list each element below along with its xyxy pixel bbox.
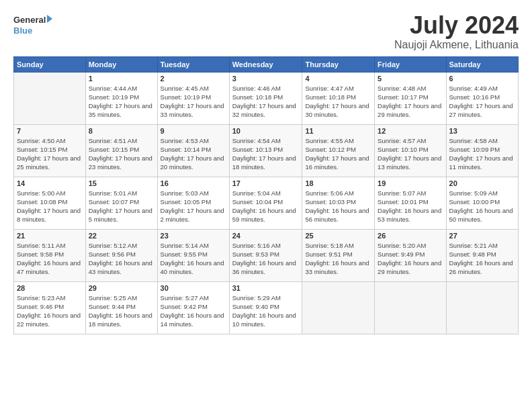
calendar-cell: 5 Sunrise: 4:48 AM Sunset: 10:17 PM Dayl…	[375, 72, 446, 124]
day-number: 12	[378, 127, 443, 135]
day-info: Sunrise: 4:49 AM Sunset: 10:16 PM Daylig…	[449, 84, 515, 120]
day-number: 11	[305, 127, 371, 135]
day-number: 2	[161, 75, 226, 83]
day-info: Sunrise: 4:47 AM Sunset: 10:18 PM Daylig…	[305, 84, 371, 120]
day-info: Sunrise: 5:01 AM Sunset: 10:07 PM Daylig…	[89, 189, 154, 224]
sunset: Sunset: 10:18 PM	[305, 93, 356, 101]
sunrise: Sunrise: 4:48 AM	[378, 85, 426, 92]
day-number: 14	[17, 179, 83, 187]
sunrise: Sunrise: 5:21 AM	[449, 242, 498, 249]
sunrise: Sunrise: 4:49 AM	[449, 85, 498, 92]
calendar-cell: 28 Sunrise: 5:23 AM Sunset: 9:46 PM Dayl…	[14, 281, 86, 334]
sunset: Sunset: 10:00 PM	[449, 198, 500, 205]
sunrise: Sunrise: 5:12 AM	[89, 242, 137, 249]
day-info: Sunrise: 4:53 AM Sunset: 10:14 PM Daylig…	[161, 136, 226, 172]
col-friday: Friday	[375, 56, 446, 72]
daylight: Daylight: 17 hours and 18 minutes.	[232, 154, 296, 171]
calendar-cell: 6 Sunrise: 4:49 AM Sunset: 10:16 PM Dayl…	[446, 72, 518, 124]
day-number: 28	[17, 284, 83, 292]
day-info: Sunrise: 5:25 AM Sunset: 9:44 PM Dayligh…	[89, 293, 154, 329]
day-number: 27	[449, 232, 515, 240]
col-wednesday: Wednesday	[229, 56, 302, 72]
daylight: Daylight: 16 hours and 29 minutes.	[378, 259, 441, 275]
sunset: Sunset: 9:56 PM	[89, 250, 136, 258]
calendar-cell	[14, 72, 86, 124]
calendar-body: 1 Sunrise: 4:44 AM Sunset: 10:19 PM Dayl…	[14, 72, 519, 334]
sunset: Sunset: 9:40 PM	[232, 303, 279, 310]
page: General Blue July 2024 Naujoji Akmene, L…	[0, 0, 532, 411]
day-info: Sunrise: 4:55 AM Sunset: 10:12 PM Daylig…	[305, 136, 371, 172]
daylight: Daylight: 17 hours and 16 minutes.	[305, 154, 369, 171]
day-info: Sunrise: 5:29 AM Sunset: 9:40 PM Dayligh…	[232, 293, 300, 329]
day-info: Sunrise: 4:45 AM Sunset: 10:19 PM Daylig…	[161, 84, 226, 120]
calendar-cell: 17 Sunrise: 5:04 AM Sunset: 10:04 PM Day…	[229, 177, 302, 229]
daylight: Daylight: 17 hours and 13 minutes.	[378, 154, 441, 171]
sunrise: Sunrise: 5:18 AM	[305, 242, 353, 249]
sunrise: Sunrise: 5:00 AM	[17, 189, 65, 197]
daylight: Daylight: 17 hours and 30 minutes.	[305, 102, 369, 118]
calendar-cell	[302, 281, 375, 334]
sunset: Sunset: 9:46 PM	[17, 303, 64, 310]
col-tuesday: Tuesday	[157, 56, 229, 72]
sunrise: Sunrise: 5:16 AM	[232, 242, 281, 249]
daylight: Daylight: 16 hours and 53 minutes.	[378, 207, 441, 223]
sunrise: Sunrise: 4:50 AM	[17, 137, 65, 144]
sunrise: Sunrise: 5:04 AM	[232, 189, 281, 197]
daylight: Daylight: 17 hours and 32 minutes.	[232, 102, 296, 118]
sunrise: Sunrise: 5:11 AM	[17, 242, 65, 249]
sunset: Sunset: 9:44 PM	[89, 303, 136, 310]
calendar-cell	[375, 281, 446, 334]
sunrise: Sunrise: 4:53 AM	[161, 137, 209, 144]
day-number: 10	[232, 127, 300, 135]
day-info: Sunrise: 4:51 AM Sunset: 10:15 PM Daylig…	[89, 136, 154, 172]
sunrise: Sunrise: 4:55 AM	[305, 137, 353, 144]
day-number: 9	[161, 127, 226, 135]
day-info: Sunrise: 5:12 AM Sunset: 9:56 PM Dayligh…	[89, 241, 154, 277]
sunset: Sunset: 9:49 PM	[378, 250, 425, 258]
calendar-cell: 2 Sunrise: 4:45 AM Sunset: 10:19 PM Dayl…	[157, 72, 229, 124]
calendar-week-1: 7 Sunrise: 4:50 AM Sunset: 10:15 PM Dayl…	[14, 124, 519, 177]
sunrise: Sunrise: 5:09 AM	[449, 189, 498, 197]
day-info: Sunrise: 4:58 AM Sunset: 10:09 PM Daylig…	[449, 136, 515, 172]
calendar-cell: 24 Sunrise: 5:16 AM Sunset: 9:53 PM Dayl…	[229, 229, 302, 281]
sunset: Sunset: 9:42 PM	[161, 303, 208, 310]
daylight: Daylight: 17 hours and 29 minutes.	[378, 102, 441, 118]
daylight: Daylight: 17 hours and 20 minutes.	[161, 154, 224, 171]
calendar-cell: 25 Sunrise: 5:18 AM Sunset: 9:51 PM Dayl…	[302, 229, 375, 281]
daylight: Daylight: 16 hours and 10 minutes.	[232, 312, 296, 328]
sunset: Sunset: 10:16 PM	[449, 93, 500, 101]
day-number: 16	[161, 179, 226, 187]
daylight: Daylight: 16 hours and 50 minutes.	[449, 207, 513, 223]
day-number: 4	[305, 75, 371, 83]
day-info: Sunrise: 5:18 AM Sunset: 9:51 PM Dayligh…	[305, 241, 371, 277]
calendar-cell	[446, 281, 518, 334]
daylight: Daylight: 16 hours and 18 minutes.	[89, 312, 152, 328]
calendar-cell: 27 Sunrise: 5:21 AM Sunset: 9:48 PM Dayl…	[446, 229, 518, 281]
day-info: Sunrise: 5:04 AM Sunset: 10:04 PM Daylig…	[232, 189, 300, 224]
calendar-week-3: 21 Sunrise: 5:11 AM Sunset: 9:58 PM Dayl…	[14, 229, 519, 281]
sunrise: Sunrise: 5:03 AM	[161, 189, 209, 197]
svg-marker-1	[47, 15, 52, 23]
daylight: Daylight: 17 hours and 25 minutes.	[17, 154, 81, 171]
daylight: Daylight: 16 hours and 59 minutes.	[232, 207, 296, 223]
day-info: Sunrise: 5:07 AM Sunset: 10:01 PM Daylig…	[378, 189, 443, 224]
sunset: Sunset: 10:07 PM	[89, 198, 140, 205]
sunrise: Sunrise: 4:57 AM	[378, 137, 426, 144]
sunrise: Sunrise: 5:14 AM	[161, 242, 209, 249]
calendar-cell: 3 Sunrise: 4:46 AM Sunset: 10:18 PM Dayl…	[229, 72, 302, 124]
sunrise: Sunrise: 4:46 AM	[232, 85, 281, 92]
day-info: Sunrise: 5:00 AM Sunset: 10:08 PM Daylig…	[17, 189, 83, 224]
sunrise: Sunrise: 5:23 AM	[17, 294, 65, 302]
day-info: Sunrise: 5:23 AM Sunset: 9:46 PM Dayligh…	[17, 293, 83, 329]
svg-text:Blue: Blue	[13, 26, 32, 36]
sunrise: Sunrise: 5:20 AM	[378, 242, 426, 249]
calendar-cell: 29 Sunrise: 5:25 AM Sunset: 9:44 PM Dayl…	[85, 281, 157, 334]
calendar-cell: 15 Sunrise: 5:01 AM Sunset: 10:07 PM Day…	[85, 177, 157, 229]
col-monday: Monday	[85, 56, 157, 72]
day-number: 21	[17, 232, 83, 240]
daylight: Daylight: 17 hours and 27 minutes.	[449, 102, 513, 118]
day-number: 6	[449, 75, 515, 83]
sunrise: Sunrise: 5:06 AM	[305, 189, 353, 197]
sunrise: Sunrise: 5:27 AM	[161, 294, 209, 302]
sunrise: Sunrise: 4:44 AM	[89, 85, 137, 92]
